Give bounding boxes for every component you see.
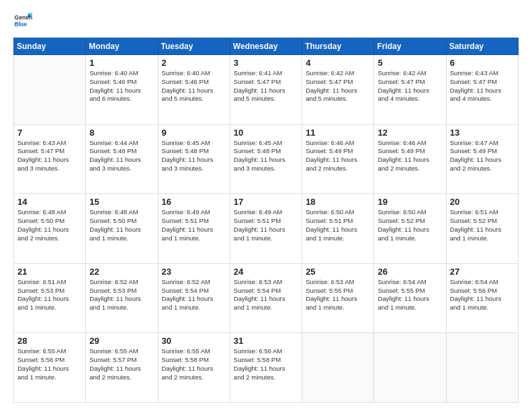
calendar-week-row: 7Sunrise: 6:43 AM Sunset: 5:47 PM Daylig… (14, 124, 519, 194)
calendar-day-11: 11Sunrise: 6:46 AM Sunset: 5:49 PM Dayli… (302, 124, 374, 194)
calendar-day-19: 19Sunrise: 6:50 AM Sunset: 5:52 PM Dayli… (374, 194, 446, 264)
calendar-day-31: 31Sunrise: 6:56 AM Sunset: 5:58 PM Dayli… (230, 333, 302, 403)
calendar-day-10: 10Sunrise: 6:45 AM Sunset: 5:48 PM Dayli… (230, 124, 302, 194)
day-header-saturday: Saturday (446, 38, 518, 55)
day-info: Sunrise: 6:49 AM Sunset: 5:51 PM Dayligh… (162, 208, 226, 242)
calendar-day-23: 23Sunrise: 6:52 AM Sunset: 5:54 PM Dayli… (158, 263, 230, 333)
day-number: 3 (234, 58, 298, 68)
day-number: 29 (89, 336, 154, 346)
day-number: 7 (17, 128, 82, 138)
calendar-day-14: 14Sunrise: 6:48 AM Sunset: 5:50 PM Dayli… (14, 194, 86, 264)
day-number: 21 (17, 267, 82, 277)
calendar-empty-cell (446, 333, 518, 403)
day-number: 28 (17, 336, 82, 346)
day-number: 6 (450, 58, 515, 68)
day-number: 25 (306, 267, 370, 277)
calendar-day-29: 29Sunrise: 6:55 AM Sunset: 5:57 PM Dayli… (86, 333, 158, 403)
day-header-monday: Monday (86, 38, 158, 55)
day-number: 8 (89, 128, 154, 138)
calendar-day-5: 5Sunrise: 6:42 AM Sunset: 5:47 PM Daylig… (374, 55, 446, 125)
day-header-thursday: Thursday (302, 38, 374, 55)
day-number: 26 (378, 267, 442, 277)
calendar-empty-cell (14, 55, 86, 125)
calendar-day-20: 20Sunrise: 6:51 AM Sunset: 5:52 PM Dayli… (446, 194, 518, 264)
logo: General Blue (13, 12, 32, 31)
day-number: 10 (234, 128, 298, 138)
calendar-day-6: 6Sunrise: 6:43 AM Sunset: 5:47 PM Daylig… (446, 55, 518, 125)
day-number: 11 (306, 128, 370, 138)
calendar-day-12: 12Sunrise: 6:46 AM Sunset: 5:49 PM Dayli… (374, 124, 446, 194)
day-number: 5 (378, 58, 442, 68)
calendar-table: SundayMondayTuesdayWednesdayThursdayFrid… (13, 38, 519, 403)
calendar-day-24: 24Sunrise: 6:53 AM Sunset: 5:54 PM Dayli… (230, 263, 302, 333)
day-number: 30 (162, 336, 226, 346)
day-info: Sunrise: 6:51 AM Sunset: 5:53 PM Dayligh… (17, 278, 82, 312)
calendar-day-18: 18Sunrise: 6:50 AM Sunset: 5:51 PM Dayli… (302, 194, 374, 264)
calendar-day-21: 21Sunrise: 6:51 AM Sunset: 5:53 PM Dayli… (14, 263, 86, 333)
day-number: 13 (450, 128, 515, 138)
calendar-header-row: SundayMondayTuesdayWednesdayThursdayFrid… (14, 38, 519, 55)
day-info: Sunrise: 6:40 AM Sunset: 5:46 PM Dayligh… (162, 69, 226, 103)
day-info: Sunrise: 6:50 AM Sunset: 5:51 PM Dayligh… (306, 208, 370, 242)
day-number: 14 (17, 197, 82, 207)
day-info: Sunrise: 6:55 AM Sunset: 5:58 PM Dayligh… (162, 347, 226, 381)
day-info: Sunrise: 6:43 AM Sunset: 5:47 PM Dayligh… (450, 69, 515, 103)
calendar-empty-cell (374, 333, 446, 403)
calendar-day-1: 1Sunrise: 6:40 AM Sunset: 5:46 PM Daylig… (86, 55, 158, 125)
day-info: Sunrise: 6:52 AM Sunset: 5:53 PM Dayligh… (89, 278, 154, 312)
day-header-tuesday: Tuesday (158, 38, 230, 55)
day-info: Sunrise: 6:54 AM Sunset: 5:56 PM Dayligh… (450, 278, 515, 312)
calendar-day-2: 2Sunrise: 6:40 AM Sunset: 5:46 PM Daylig… (158, 55, 230, 125)
calendar-week-row: 28Sunrise: 6:55 AM Sunset: 5:56 PM Dayli… (14, 333, 519, 403)
day-info: Sunrise: 6:51 AM Sunset: 5:52 PM Dayligh… (450, 208, 515, 242)
calendar-day-22: 22Sunrise: 6:52 AM Sunset: 5:53 PM Dayli… (86, 263, 158, 333)
day-info: Sunrise: 6:55 AM Sunset: 5:57 PM Dayligh… (89, 347, 154, 381)
calendar-day-9: 9Sunrise: 6:45 AM Sunset: 5:48 PM Daylig… (158, 124, 230, 194)
day-info: Sunrise: 6:46 AM Sunset: 5:49 PM Dayligh… (306, 139, 370, 173)
day-header-sunday: Sunday (14, 38, 86, 55)
day-number: 24 (234, 267, 298, 277)
calendar-day-13: 13Sunrise: 6:47 AM Sunset: 5:49 PM Dayli… (446, 124, 518, 194)
day-number: 16 (162, 197, 226, 207)
calendar-day-27: 27Sunrise: 6:54 AM Sunset: 5:56 PM Dayli… (446, 263, 518, 333)
day-info: Sunrise: 6:55 AM Sunset: 5:56 PM Dayligh… (17, 347, 82, 381)
day-header-wednesday: Wednesday (230, 38, 302, 55)
day-number: 19 (378, 197, 442, 207)
day-info: Sunrise: 6:56 AM Sunset: 5:58 PM Dayligh… (234, 347, 298, 381)
day-info: Sunrise: 6:40 AM Sunset: 5:46 PM Dayligh… (89, 69, 154, 103)
day-info: Sunrise: 6:45 AM Sunset: 5:48 PM Dayligh… (162, 139, 226, 173)
calendar-week-row: 21Sunrise: 6:51 AM Sunset: 5:53 PM Dayli… (14, 263, 519, 333)
day-info: Sunrise: 6:45 AM Sunset: 5:48 PM Dayligh… (234, 139, 298, 173)
day-info: Sunrise: 6:50 AM Sunset: 5:52 PM Dayligh… (378, 208, 442, 242)
calendar-day-28: 28Sunrise: 6:55 AM Sunset: 5:56 PM Dayli… (14, 333, 86, 403)
day-info: Sunrise: 6:42 AM Sunset: 5:47 PM Dayligh… (378, 69, 442, 103)
day-number: 23 (162, 267, 226, 277)
day-number: 17 (234, 197, 298, 207)
day-number: 15 (89, 197, 154, 207)
day-info: Sunrise: 6:47 AM Sunset: 5:49 PM Dayligh… (450, 139, 515, 173)
day-number: 20 (450, 197, 515, 207)
calendar-week-row: 1Sunrise: 6:40 AM Sunset: 5:46 PM Daylig… (14, 55, 519, 125)
day-number: 1 (89, 58, 154, 68)
day-info: Sunrise: 6:53 AM Sunset: 5:55 PM Dayligh… (306, 278, 370, 312)
logo-icon: General Blue (13, 12, 32, 31)
calendar-day-16: 16Sunrise: 6:49 AM Sunset: 5:51 PM Dayli… (158, 194, 230, 264)
calendar-day-7: 7Sunrise: 6:43 AM Sunset: 5:47 PM Daylig… (14, 124, 86, 194)
day-info: Sunrise: 6:42 AM Sunset: 5:47 PM Dayligh… (306, 69, 370, 103)
calendar-day-8: 8Sunrise: 6:44 AM Sunset: 5:48 PM Daylig… (86, 124, 158, 194)
day-info: Sunrise: 6:48 AM Sunset: 5:50 PM Dayligh… (17, 208, 82, 242)
day-info: Sunrise: 6:46 AM Sunset: 5:49 PM Dayligh… (378, 139, 442, 173)
day-number: 4 (306, 58, 370, 68)
day-info: Sunrise: 6:43 AM Sunset: 5:47 PM Dayligh… (17, 139, 82, 173)
day-number: 12 (378, 128, 442, 138)
calendar-day-25: 25Sunrise: 6:53 AM Sunset: 5:55 PM Dayli… (302, 263, 374, 333)
calendar-day-26: 26Sunrise: 6:54 AM Sunset: 5:55 PM Dayli… (374, 263, 446, 333)
calendar-week-row: 14Sunrise: 6:48 AM Sunset: 5:50 PM Dayli… (14, 194, 519, 264)
day-info: Sunrise: 6:48 AM Sunset: 5:50 PM Dayligh… (89, 208, 154, 242)
day-info: Sunrise: 6:54 AM Sunset: 5:55 PM Dayligh… (378, 278, 442, 312)
day-number: 27 (450, 267, 515, 277)
day-info: Sunrise: 6:52 AM Sunset: 5:54 PM Dayligh… (162, 278, 226, 312)
day-info: Sunrise: 6:41 AM Sunset: 5:47 PM Dayligh… (234, 69, 298, 103)
day-info: Sunrise: 6:53 AM Sunset: 5:54 PM Dayligh… (234, 278, 298, 312)
calendar-day-17: 17Sunrise: 6:49 AM Sunset: 5:51 PM Dayli… (230, 194, 302, 264)
